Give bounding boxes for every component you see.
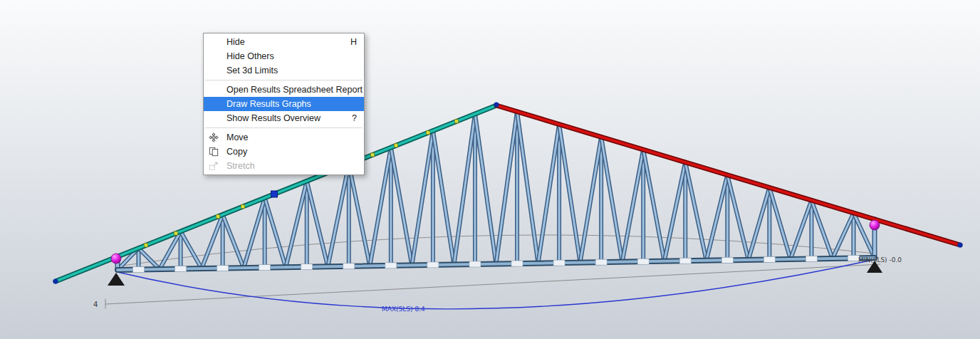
menu-item-hide[interactable]: Hide H	[204, 35, 364, 49]
copy-icon	[209, 147, 219, 157]
menu-item-show-results-overview[interactable]: Show Results Overview ?	[204, 111, 364, 125]
move-icon	[209, 132, 219, 142]
stretch-icon	[209, 161, 219, 171]
context-menu: Hide H Hide Others Set 3d Limits Open Re…	[203, 33, 365, 175]
menu-item-label: Hide	[226, 37, 342, 47]
menu-separator	[205, 127, 363, 128]
menu-item-label: Copy	[226, 147, 348, 157]
menu-item-label: Set 3d Limits	[226, 66, 348, 75]
menu-item-stretch: Stretch	[204, 159, 364, 173]
menu-item-label: Show Results Overview	[226, 113, 343, 123]
menu-item-move[interactable]: Move	[204, 130, 364, 145]
menu-item-label: Stretch	[226, 161, 348, 171]
truss-model-canvas[interactable]: MAX(SLS) 8.4 MIN(SLS) -0.0 4	[0, 0, 980, 339]
menu-item-shortcut: H	[350, 37, 357, 47]
menu-item-hide-others[interactable]: Hide Others	[204, 49, 364, 63]
menu-item-label: Open Results Spreadsheet Report	[226, 85, 363, 95]
truss-members-group	[53, 102, 962, 308]
menu-item-label: Draw Results Graphs	[226, 99, 348, 109]
menu-separator	[205, 80, 363, 80]
menu-item-label: Hide Others	[226, 51, 348, 61]
menu-item-draw-results-graphs[interactable]: Draw Results Graphs	[204, 97, 364, 111]
menu-item-open-results-spreadsheet-report[interactable]: Open Results Spreadsheet Report	[204, 83, 364, 97]
menu-item-label: Move	[226, 132, 348, 142]
menu-item-shortcut: ?	[352, 113, 357, 123]
application-window: MAX(SLS) 8.4 MIN(SLS) -0.0 4 Hide H Hide…	[0, 0, 980, 339]
menu-item-copy[interactable]: Copy	[204, 145, 364, 159]
menu-item-set-3d-limits[interactable]: Set 3d Limits	[204, 63, 364, 78]
dimension-label: 4	[93, 301, 98, 308]
min-sls-label: MIN(SLS) -0.0	[858, 256, 902, 264]
max-sls-label: MAX(SLS) 8.4	[382, 306, 425, 313]
